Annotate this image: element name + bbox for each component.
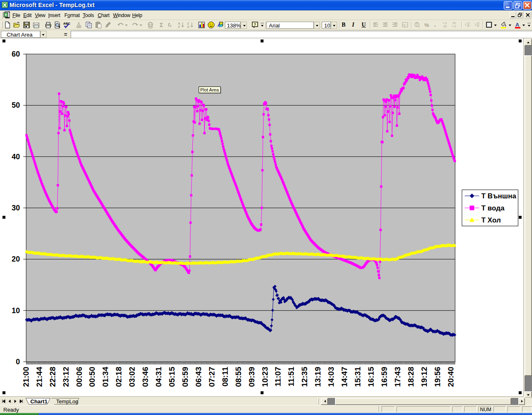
svg-text:30: 30 xyxy=(12,204,20,212)
svg-text:03:02: 03:02 xyxy=(128,367,136,387)
svg-text:.00: .00 xyxy=(443,25,447,28)
svg-text:00:50: 00:50 xyxy=(88,367,96,387)
svg-text:20: 20 xyxy=(12,255,20,263)
svg-text:TempLog: TempLog xyxy=(56,398,78,405)
svg-text:21:00: 21:00 xyxy=(22,367,30,387)
svg-text:16:15: 16:15 xyxy=(367,367,375,387)
svg-text:fₓ: fₓ xyxy=(168,22,172,28)
svg-text:a: a xyxy=(404,23,406,27)
svg-text:16:59: 16:59 xyxy=(380,367,389,387)
svg-text:Т Хол: Т Хол xyxy=(481,216,501,224)
svg-text:11:07: 11:07 xyxy=(273,367,282,387)
svg-text:01:34: 01:34 xyxy=(101,367,110,387)
svg-text:23:12: 23:12 xyxy=(62,367,70,387)
svg-text:06:43: 06:43 xyxy=(194,367,203,387)
svg-text:07:27: 07:27 xyxy=(207,367,216,387)
svg-text:ABC: ABC xyxy=(63,22,70,25)
svg-text:+.0: +.0 xyxy=(452,25,456,28)
svg-text:04:31: 04:31 xyxy=(154,367,163,387)
svg-text:,: , xyxy=(434,21,436,27)
svg-text:08:55: 08:55 xyxy=(234,367,243,387)
svg-text:?: ? xyxy=(254,22,256,27)
svg-text:08:11: 08:11 xyxy=(221,367,229,387)
svg-text:Chart1: Chart1 xyxy=(30,398,47,405)
svg-text:02:18: 02:18 xyxy=(114,367,123,387)
svg-text:12:35: 12:35 xyxy=(300,367,309,387)
svg-text:19:56: 19:56 xyxy=(433,367,442,387)
svg-text:22:28: 22:28 xyxy=(48,367,57,387)
svg-text:15:31: 15:31 xyxy=(353,367,362,387)
svg-text:09:39: 09:39 xyxy=(247,367,256,387)
svg-text:40: 40 xyxy=(12,153,20,161)
svg-text:03:46: 03:46 xyxy=(141,367,150,387)
svg-text:Z: Z xyxy=(178,25,180,29)
svg-text:+.0: +.0 xyxy=(443,22,447,25)
svg-text:A: A xyxy=(187,25,190,29)
svg-text:05:15: 05:15 xyxy=(167,367,176,387)
svg-text:.00: .00 xyxy=(452,22,456,25)
svg-text:13:19: 13:19 xyxy=(313,367,322,387)
svg-text:14:03: 14:03 xyxy=(327,367,335,387)
svg-text:17:43: 17:43 xyxy=(393,367,402,387)
svg-text:Plot Area: Plot Area xyxy=(200,87,219,92)
svg-text:11:51: 11:51 xyxy=(287,367,296,387)
svg-text:0: 0 xyxy=(16,358,20,366)
svg-text:A: A xyxy=(515,22,520,28)
svg-text:10: 10 xyxy=(12,306,20,315)
svg-text:50: 50 xyxy=(12,101,20,109)
svg-text:%: % xyxy=(424,22,429,28)
svg-text:21:44: 21:44 xyxy=(35,367,44,387)
svg-text:10:23: 10:23 xyxy=(261,367,269,387)
svg-text:60: 60 xyxy=(12,50,20,58)
svg-text:19:12: 19:12 xyxy=(420,367,429,387)
svg-text:14:47: 14:47 xyxy=(340,367,349,387)
svg-text:Т вода: Т вода xyxy=(481,204,505,212)
svg-text:05:59: 05:59 xyxy=(181,367,190,387)
svg-text:00:06: 00:06 xyxy=(75,367,84,387)
svg-text:Σ: Σ xyxy=(160,22,163,28)
svg-text:20:40: 20:40 xyxy=(446,367,455,387)
svg-text:18:28: 18:28 xyxy=(406,367,415,387)
svg-text:Т Външна: Т Външна xyxy=(481,192,516,200)
